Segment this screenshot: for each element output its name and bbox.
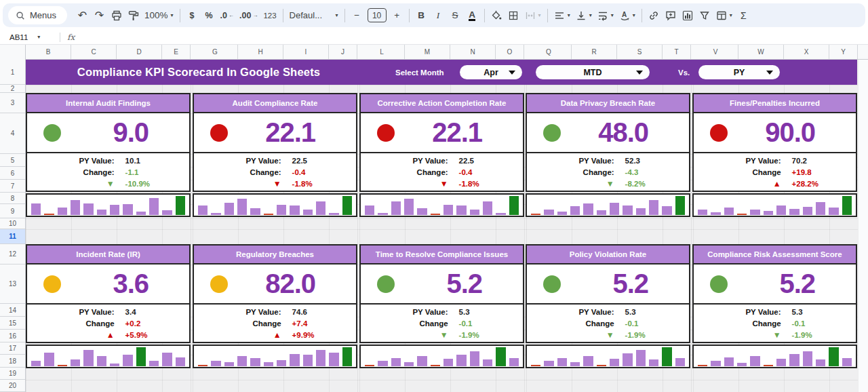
column-header-B[interactable]: B bbox=[26, 45, 71, 59]
format-currency-button[interactable]: $ bbox=[184, 6, 201, 24]
sparkline-bar bbox=[776, 359, 786, 366]
column-header-D[interactable]: D bbox=[117, 45, 162, 59]
column-header-G[interactable]: G bbox=[193, 45, 238, 59]
row-header-17[interactable]: 17 bbox=[0, 342, 25, 355]
insert-comment-button[interactable] bbox=[663, 6, 679, 24]
redo-button[interactable]: ↷ bbox=[91, 6, 108, 24]
sparkline-bar bbox=[224, 362, 234, 366]
column-header-Y[interactable]: Y bbox=[829, 45, 858, 59]
sparkline-bar bbox=[649, 359, 658, 366]
kpi-value: 5.2 bbox=[612, 268, 648, 298]
py-value: 5.3 bbox=[788, 308, 803, 316]
trend-sparkline bbox=[526, 193, 690, 217]
sparkline-bar bbox=[211, 213, 220, 215]
py-value-label: PY Value: bbox=[361, 157, 455, 165]
horizontal-align-button[interactable]: ▾ bbox=[551, 6, 573, 24]
row-header-20[interactable]: 20 bbox=[0, 380, 25, 392]
sparkline-bar bbox=[483, 201, 492, 215]
column-header-J[interactable]: J bbox=[329, 45, 357, 59]
column-header-R[interactable]: R bbox=[572, 45, 617, 59]
row-header-2[interactable]: 2 bbox=[0, 85, 25, 93]
table-button[interactable]: ▾ bbox=[713, 6, 735, 24]
kpi-value: 22.1 bbox=[265, 117, 315, 147]
row-header-4[interactable]: 4 bbox=[0, 113, 25, 154]
column-header-E[interactable]: E bbox=[162, 45, 191, 59]
font-family-selector[interactable]: Defaul...▾ bbox=[287, 6, 341, 24]
increase-font-size-button[interactable]: + bbox=[389, 6, 406, 24]
column-header-V[interactable]: V bbox=[693, 45, 738, 59]
name-box[interactable]: AB11 ▾ bbox=[0, 33, 53, 41]
text-wrapping-button[interactable]: ▾ bbox=[595, 6, 616, 24]
column-header-H[interactable]: H bbox=[238, 45, 283, 59]
row-header-10[interactable]: 10 bbox=[0, 218, 25, 229]
row-header-8[interactable]: 8 bbox=[0, 193, 25, 204]
column-header-T[interactable]: T bbox=[663, 45, 691, 59]
period-dropdown[interactable]: MTD bbox=[536, 65, 650, 79]
divider bbox=[642, 9, 642, 22]
gridline bbox=[26, 380, 858, 380]
column-header-I[interactable]: I bbox=[283, 45, 329, 59]
sheet-grid[interactable]: 1234567891011121314151617181920 Complian… bbox=[0, 60, 868, 392]
select-all-corner[interactable] bbox=[0, 45, 26, 60]
row-header-6[interactable]: 6 bbox=[0, 167, 25, 180]
kpi-stats-section: PY Value: 5.3 Change -0.1 ▼ -1.9% bbox=[526, 305, 690, 343]
increase-decimal-button[interactable]: .00→ bbox=[237, 6, 260, 24]
row-header-1[interactable]: 1 bbox=[0, 60, 25, 85]
change-label: Change bbox=[27, 319, 121, 328]
print-button[interactable] bbox=[108, 6, 125, 24]
column-header-Q[interactable]: Q bbox=[526, 45, 572, 59]
compare-dropdown[interactable]: PY bbox=[698, 65, 780, 79]
undo-button[interactable]: ↶ bbox=[74, 6, 91, 24]
sparkline-bar bbox=[636, 350, 646, 366]
filter-button[interactable] bbox=[696, 6, 713, 24]
sparkline-bar bbox=[404, 362, 414, 366]
paint-format-button[interactable] bbox=[125, 6, 142, 24]
sparkline-bar bbox=[198, 205, 208, 215]
row-header-12[interactable]: 12 bbox=[0, 244, 25, 264]
strikethrough-button[interactable]: S bbox=[447, 6, 464, 24]
month-dropdown[interactable]: Apr bbox=[460, 65, 522, 79]
sparkline-bar bbox=[737, 363, 747, 366]
column-header-W[interactable]: W bbox=[738, 45, 784, 59]
text-color-button[interactable]: A bbox=[469, 10, 475, 21]
column-header-S[interactable]: S bbox=[617, 45, 663, 59]
row-header-7[interactable]: 7 bbox=[0, 180, 25, 193]
row-header-9[interactable]: 9 bbox=[0, 204, 25, 218]
insert-chart-button[interactable] bbox=[679, 6, 696, 24]
row-header-15[interactable]: 15 bbox=[0, 317, 25, 330]
sparkline-bar bbox=[365, 365, 374, 366]
column-header-C[interactable]: C bbox=[71, 45, 117, 59]
zoom-selector[interactable]: 100%▾ bbox=[142, 6, 176, 24]
more-formats-button[interactable]: 123 bbox=[260, 6, 279, 24]
column-header-N[interactable]: N bbox=[450, 45, 496, 59]
vertical-align-button[interactable]: ▾ bbox=[573, 6, 595, 24]
column-header-M[interactable]: M bbox=[405, 45, 450, 59]
column-header-O[interactable]: O bbox=[496, 45, 524, 59]
column-header-L[interactable]: L bbox=[359, 45, 405, 59]
functions-button[interactable]: Σ bbox=[735, 6, 752, 24]
text-rotation-button[interactable]: A ▾ bbox=[616, 6, 638, 24]
sparkline-bar bbox=[711, 361, 720, 366]
decrease-decimal-button[interactable]: .0← bbox=[218, 6, 237, 24]
sparkline-bar bbox=[176, 196, 185, 215]
toolbar: Menus ↶ ↷ 100%▾ $ % .0← .00→ 123 Defaul.… bbox=[3, 3, 865, 27]
row-header-19[interactable]: 19 bbox=[0, 368, 25, 380]
chevron-down-icon: ▾ bbox=[611, 12, 614, 18]
row-header-3[interactable]: 3 bbox=[0, 93, 25, 113]
borders-button[interactable] bbox=[505, 6, 522, 24]
column-header-X[interactable]: X bbox=[784, 45, 829, 59]
row-header-14[interactable]: 14 bbox=[0, 304, 25, 317]
font-size-input[interactable]: 10 bbox=[368, 8, 387, 22]
row-header-11[interactable]: 11 bbox=[0, 229, 25, 244]
menus-search[interactable]: Menus bbox=[8, 6, 67, 24]
fill-color-button[interactable] bbox=[488, 6, 505, 24]
format-percent-button[interactable]: % bbox=[201, 6, 218, 24]
row-header-16[interactable]: 16 bbox=[0, 330, 25, 342]
bold-button[interactable]: B bbox=[413, 6, 430, 24]
decrease-font-size-button[interactable]: − bbox=[349, 6, 366, 24]
insert-link-button[interactable] bbox=[646, 6, 663, 24]
row-header-5[interactable]: 5 bbox=[0, 154, 25, 167]
row-header-18[interactable]: 18 bbox=[0, 355, 25, 368]
row-header-13[interactable]: 13 bbox=[0, 264, 25, 304]
italic-button[interactable]: I bbox=[430, 6, 447, 24]
